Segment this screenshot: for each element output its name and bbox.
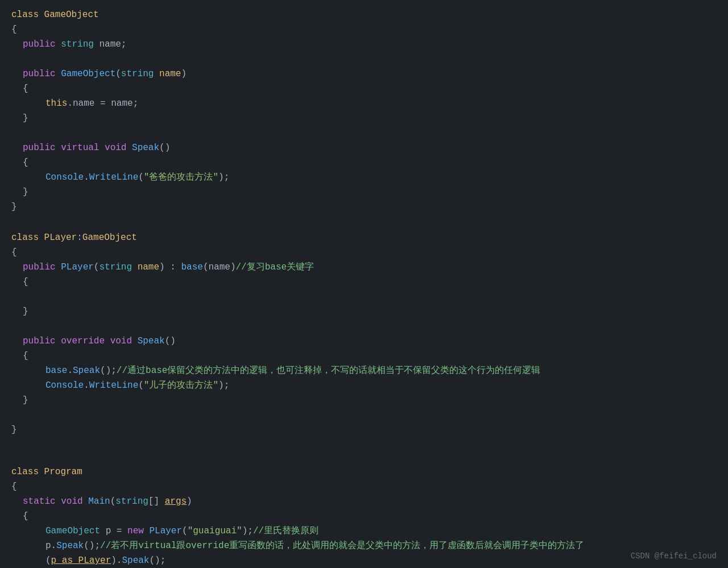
close-brace-speak: } (0, 393, 728, 408)
separator1 (0, 217, 728, 229)
override-speak-sig: public override void Speak() (0, 334, 728, 349)
cast-speak-call: Speak (122, 554, 149, 568)
footer-credit: CSDN @feifei_cloud (631, 550, 717, 562)
writeline-method2: WriteLine (89, 379, 138, 393)
close-brace-3: } (0, 185, 728, 200)
separator3 (0, 451, 728, 463)
class-gameobject-declaration: class GameObject (0, 8, 728, 23)
program-classname: Program (44, 465, 82, 480)
public-kw3: public (23, 141, 61, 156)
class-keyword3: class (11, 465, 44, 480)
open-brace-main: { (0, 509, 728, 524)
void-kw: void (105, 141, 132, 156)
class-program-block: class Program { static void Main(string[… (0, 463, 728, 568)
comment-base: //复习base关键字 (235, 260, 314, 275)
bracket: { (11, 23, 17, 38)
field-name: public string name; (0, 38, 728, 52)
open-brace-class2: { (0, 246, 728, 260)
name-field: name = name; (73, 97, 138, 111)
close-brace-2: } (0, 111, 728, 126)
blank-line2 (0, 126, 728, 141)
console-writeline-1: Console.WriteLine("爸爸的攻击方法"); (0, 171, 728, 185)
comment-base-speak: //通过base保留父类的方法中的逻辑，也可注释掉，不写的话就相当于不保留父类的… (117, 364, 541, 379)
public-kw2: public (23, 67, 61, 82)
player-classname: PLayer (44, 231, 77, 246)
string-dad: "爸爸的攻击方法" (144, 171, 218, 185)
player-constructor-name: PLayer (61, 260, 94, 275)
static-kw: static (23, 495, 61, 509)
gameobject-type: GameObject (46, 524, 106, 539)
class-keyword: class (11, 8, 44, 23)
paren-open: ( (115, 67, 121, 82)
field-identifier: name; (99, 38, 126, 52)
string-type3: string (99, 260, 137, 275)
blank-line3 (0, 320, 728, 334)
open-brace-3: { (0, 156, 728, 171)
public-kw4: public (23, 260, 61, 275)
comment-virtual: //若不用virtual跟override重写函数的话，此处调用的就会是父类中的… (100, 539, 584, 554)
p-speak-call: Speak (56, 539, 84, 554)
blank-line (0, 52, 728, 67)
base-speak-line: base.Speak();//通过base保留父类的方法中的逻辑，也可注释掉，不… (0, 364, 728, 379)
console-writeline-2: Console.WriteLine("儿子的攻击方法"); (0, 379, 728, 393)
class-player-declaration: class PLayer:GameObject (0, 231, 728, 246)
class-program-declaration: class Program (0, 465, 728, 480)
open-brace-1: { (0, 23, 728, 38)
speak-method-sig: public virtual void Speak() (0, 141, 728, 156)
console-class: Console (46, 171, 84, 185)
code-editor: class GameObject { public string name; p… (0, 0, 728, 568)
base-speak-method: Speak (73, 364, 100, 379)
blank-line4 (0, 408, 728, 423)
writeline-method: WriteLine (89, 171, 138, 185)
args-param: args (165, 495, 187, 509)
class-gameobject-block: class GameObject { public string name; p… (0, 6, 728, 217)
main-method-name: Main (88, 495, 110, 509)
string-type: string (61, 38, 99, 52)
constructor-name: GameObject (61, 67, 115, 82)
string-type2: string (121, 67, 159, 82)
paren-close: ) (181, 67, 187, 82)
speak-method-name2: Speak (138, 334, 165, 349)
close-brace-class1: } (0, 200, 728, 215)
parent-classname: GameObject (82, 231, 137, 246)
open-brace-class3: { (0, 480, 728, 495)
console-class2: Console (46, 379, 84, 393)
string-son: "儿子的攻击方法" (144, 379, 218, 393)
gameobject-classname: GameObject (44, 8, 99, 23)
public-kw: public (23, 38, 61, 52)
separator2 (0, 440, 728, 451)
void-kw2: void (110, 334, 138, 349)
void-kw3: void (61, 495, 88, 509)
p-speak-line: p.Speak();//若不用virtual跟override重写函数的话，此处… (0, 539, 728, 554)
footer-text: CSDN @feifei_cloud (631, 552, 717, 561)
close-brace-player-ctor: } (0, 305, 728, 320)
this-assignment: this.name = name; (0, 97, 728, 111)
comment-liskov: //里氏替换原则 (253, 524, 318, 539)
base-kw2: base (46, 364, 67, 379)
class-player-block: class PLayer:GameObject { public PLayer(… (0, 229, 728, 440)
blank-line-player (0, 290, 728, 305)
override-kw: override (61, 334, 110, 349)
guaiguai-string: "guaiguai" (188, 524, 242, 539)
main-method-sig: static void Main(string[] args) (0, 495, 728, 509)
speak-method-name: Speak (132, 141, 159, 156)
virtual-kw: virtual (61, 141, 105, 156)
base-keyword: base (181, 260, 202, 275)
open-brace-player-ctor: { (0, 275, 728, 290)
param-name: name (159, 67, 181, 82)
p-cast: p as PLayer (51, 554, 111, 568)
cast-speak-line: (p as PLayer).Speak(); (0, 554, 728, 568)
class-keyword2: class (11, 231, 44, 246)
new-kw: new (127, 524, 149, 539)
close-brace-class2: } (0, 423, 728, 438)
this-keyword: this (46, 97, 67, 111)
public-kw5: public (23, 334, 61, 349)
constructor-sig: public GameObject(string name) (0, 67, 728, 82)
param-name2: name (138, 260, 159, 275)
string-type4: string (115, 495, 148, 509)
open-brace-2: { (0, 82, 728, 97)
open-brace-speak: { (0, 349, 728, 364)
player-constructor-call: PLayer (149, 524, 182, 539)
player-constructor-sig: public PLayer(string name) : base(name)/… (0, 260, 728, 275)
gameobject-p-line: GameObject p = new PLayer("guaiguai");//… (0, 524, 728, 539)
